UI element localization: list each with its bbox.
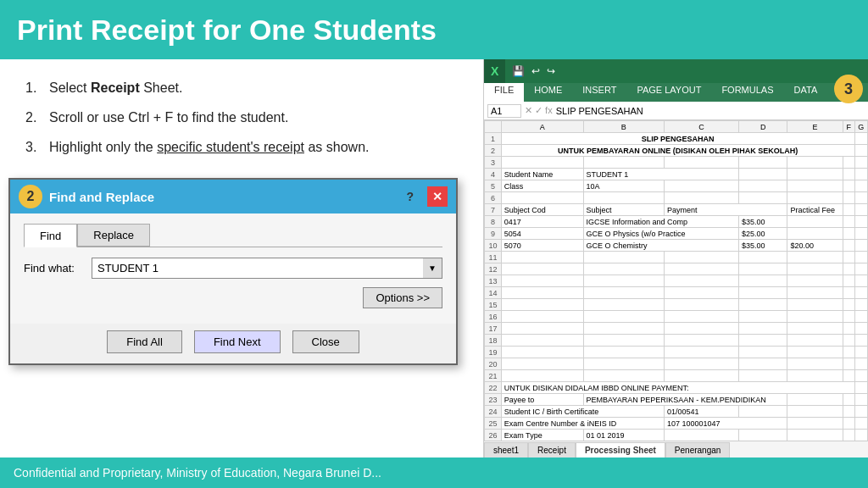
- table-row: 15: [485, 299, 868, 311]
- sheet-tabs: sheet1 Receipt Processing Sheet Penerang…: [484, 441, 868, 458]
- instruction-2: 2. Scroll or use Ctrl + F to find the st…: [25, 106, 458, 130]
- table-row: 4 Student Name STUDENT 1: [485, 169, 868, 180]
- find-dropdown-button[interactable]: ▼: [423, 258, 442, 278]
- table-row: 1 SLIP PENGESAHAN: [485, 133, 868, 145]
- table-row: 16: [485, 311, 868, 323]
- close-button[interactable]: Close: [292, 330, 359, 353]
- formula-content: SLIP PENGESAHAN: [556, 106, 865, 116]
- sheet-tab-receipt[interactable]: Receipt: [528, 442, 576, 458]
- find-row: Find what: ▼: [24, 258, 442, 279]
- table-row: 18: [485, 335, 868, 347]
- tab-find[interactable]: Find: [24, 224, 77, 247]
- find-replace-dialog: 2 Find and Replace ? ✕ Find Replace Find…: [8, 178, 458, 365]
- header: Print Receipt for One Students: [0, 0, 868, 59]
- table-row: 23 Payee to PEMBAYARAN PEPERIKSAAN - KEM…: [485, 394, 868, 406]
- save-icon[interactable]: 💾: [510, 64, 526, 79]
- table-row: 22 UNTUK DISIKAN DIDALAM IBBD ONLINE PAY…: [485, 382, 868, 394]
- main-content: 1. Select Receipt Sheet. 2. Scroll or us…: [0, 59, 868, 458]
- tab-formulas[interactable]: FORMULAS: [711, 83, 783, 102]
- options-button[interactable]: Options >>: [363, 287, 442, 308]
- dialog-body: Find Replace Find what: ▼ Options >>: [10, 214, 456, 324]
- redo-icon[interactable]: ↪: [545, 64, 557, 79]
- tab-replace[interactable]: Replace: [77, 224, 150, 247]
- sheet-tab-processing[interactable]: Processing Sheet: [576, 442, 665, 458]
- cell-reference[interactable]: [487, 104, 521, 118]
- instructions-list: 1. Select Receipt Sheet. 2. Scroll or us…: [25, 76, 458, 159]
- undo-icon[interactable]: ↩: [530, 64, 542, 79]
- tab-file[interactable]: FILE: [484, 83, 524, 102]
- table-row: 20: [485, 358, 868, 370]
- find-input-wrapper: ▼: [92, 258, 442, 279]
- formula-bar: ✕ ✓ fx SLIP PENGESAHAN: [484, 102, 868, 120]
- table-row: 26 Exam Type 01 01 2019: [485, 430, 868, 441]
- excel-ribbon: X 💾 ↩ ↪: [484, 59, 868, 83]
- badge-3: 3: [834, 75, 863, 103]
- table-row: 8 0417 IGCSE Information and Comp $35.00: [485, 216, 868, 228]
- table-row: 21: [485, 370, 868, 382]
- find-what-label: Find what:: [24, 262, 83, 274]
- dialog-tab-row: Find Replace: [24, 224, 442, 247]
- options-row: Options >>: [24, 287, 442, 308]
- table-row: 17: [485, 323, 868, 335]
- excel-tabs: FILE HOME INSERT PAGE LAYOUT FORMULAS DA…: [484, 83, 868, 102]
- bottom-bar-text: Confidential and Proprietary, Ministry o…: [14, 466, 381, 480]
- tab-home[interactable]: HOME: [524, 83, 572, 102]
- table-row: 7 Subject Cod Subject Payment Practical …: [485, 204, 868, 216]
- table-row: 10 5070 GCE O Chemistry $35.00 $20.00: [485, 240, 868, 252]
- dialog-title-bar: 2 Find and Replace ? ✕: [10, 180, 456, 214]
- table-row: 9 5054 GCE O Physics (w/o Practice $25.0…: [485, 228, 868, 240]
- table-row: 6: [485, 192, 868, 204]
- dialog-badge-2: 2: [19, 185, 42, 208]
- page-title: Print Receipt for One Students: [17, 14, 437, 47]
- table-row: 14: [485, 287, 868, 299]
- ribbon-icons: 💾 ↩ ↪: [505, 64, 562, 79]
- find-next-button[interactable]: Find Next: [194, 330, 281, 353]
- table-row: 19: [485, 347, 868, 358]
- table-row: 2 UNTUK PEMBAYARAN ONLINE (DISIKAN OLEH …: [485, 145, 868, 157]
- excel-logo: X: [484, 59, 505, 83]
- table-row: 12: [485, 263, 868, 275]
- sheet-tab-penerangan[interactable]: Penerangan: [665, 442, 731, 458]
- bottom-bar: Confidential and Proprietary, Ministry o…: [0, 458, 868, 488]
- dialog-question-mark: ?: [406, 190, 414, 203]
- instruction-1: 1. Select Receipt Sheet.: [25, 76, 458, 101]
- table-row: 13: [485, 275, 868, 287]
- dialog-close-button[interactable]: ✕: [427, 186, 448, 207]
- left-panel: 1. Select Receipt Sheet. 2. Scroll or us…: [0, 59, 483, 458]
- dialog-footer: Find All Find Next Close: [10, 324, 456, 363]
- excel-x-icon: X: [491, 64, 498, 78]
- table-row: 25 Exam Centre Number & iNEIS ID 107 100…: [485, 418, 868, 430]
- excel-panel: 3 X 💾 ↩ ↪ FILE HOME INSERT PAGE LAYOUT F…: [483, 59, 868, 458]
- tab-insert[interactable]: INSERT: [572, 83, 626, 102]
- column-headers: A B C D E F G: [485, 121, 868, 133]
- find-all-button[interactable]: Find All: [107, 330, 182, 353]
- tab-page-layout[interactable]: PAGE LAYOUT: [626, 83, 711, 102]
- instruction-3: 3. Highlight only the specific student's…: [25, 136, 458, 160]
- sheet-tab-sheet1[interactable]: sheet1: [484, 442, 528, 458]
- spreadsheet[interactable]: A B C D E F G 1 SLIP PENGESAHAN: [484, 120, 868, 441]
- sheet-table: A B C D E F G 1 SLIP PENGESAHAN: [484, 120, 868, 441]
- table-row: 11: [485, 252, 868, 263]
- table-row: 3: [485, 157, 868, 169]
- tab-data[interactable]: DATA: [784, 83, 828, 102]
- find-what-input[interactable]: [92, 258, 423, 278]
- dialog-title: Find and Replace: [49, 190, 154, 204]
- table-row: 5 Class 10A: [485, 180, 868, 192]
- table-row: 24 Student IC / Birth Certificate 01/005…: [485, 406, 868, 418]
